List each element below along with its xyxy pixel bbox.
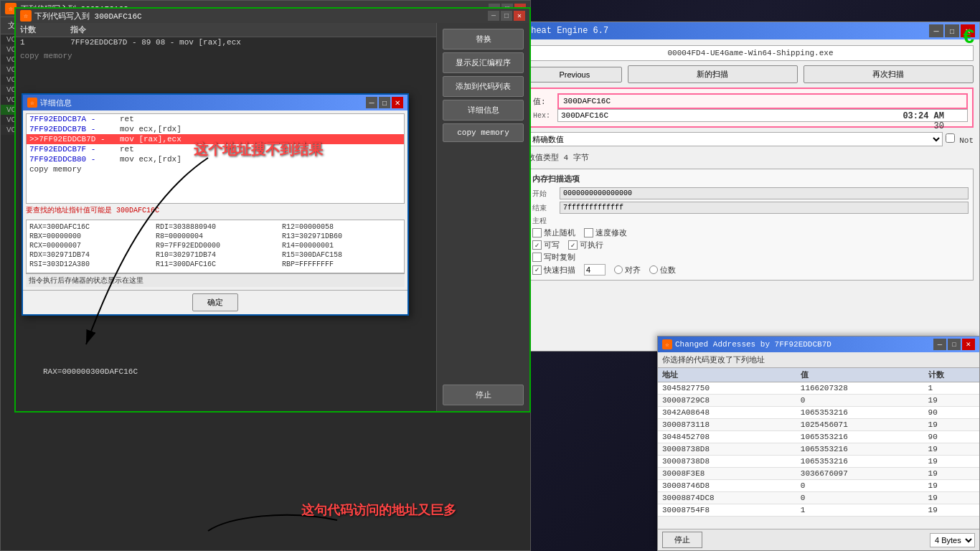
changed-titlebar: ☆ Changed Addresses by 7FF92EDDCB7D ─ □ …: [658, 336, 979, 352]
changed-min-btn[interactable]: ─: [933, 339, 946, 350]
detail-button[interactable]: 详细信息: [443, 100, 524, 121]
previous-button[interactable]: Previous: [527, 67, 622, 83]
changed-row-7[interactable]: 30008F3E8 3036676097 19: [658, 468, 979, 480]
changed-count-5: 19: [924, 443, 979, 456]
end-input[interactable]: [560, 202, 969, 214]
changed-title-left: ☆ Changed Addresses by 7FF92EDDCB7D: [662, 339, 831, 349]
changed-footer: 停止 4 Bytes: [658, 529, 979, 550]
mem-options-title: 内存扫描选项: [532, 174, 969, 184]
executable-checkbox[interactable]: [568, 240, 578, 250]
detail-copy-memory: copy memory: [27, 164, 404, 174]
changed-row-0[interactable]: 3045827750 1166207328 1: [658, 382, 979, 395]
ce-window: Cheat Engine 6.7 ─ □ ✕ 00004FD4-UE4Game-…: [521, 22, 980, 352]
bits-radio[interactable]: [649, 265, 658, 274]
detail-note: 要查找的地址指针值可能是 300DAFC16C: [26, 205, 405, 215]
not-label: Not: [946, 133, 974, 145]
changed-addr-8: 30008746D8: [658, 480, 796, 492]
disable-random-checkbox[interactable]: [532, 228, 542, 237]
changed-count-2: 90: [924, 407, 979, 419]
da-addr-4: 7FF92EDDCB7F -: [29, 145, 116, 154]
copy-memory-button[interactable]: copy memory: [443, 123, 524, 142]
reg-rdi: RDI=3038880940: [156, 223, 270, 231]
da-addr-3: >>7FF92EDDCB7D -: [29, 135, 116, 143]
replace-button[interactable]: 替换: [443, 29, 524, 50]
inj-titlebar: ☆ 下列代码写入到 300DAFC16C ─ □ ✕: [16, 9, 529, 23]
changed-row-3[interactable]: 3000873118 1025456071 19: [658, 419, 979, 431]
new-scan-button[interactable]: 新的扫描: [628, 65, 798, 83]
ce-min-btn[interactable]: ─: [929, 24, 943, 37]
detail-asm-row-3-highlight: >>7FF92EDDCB7D - mov [rax],ecx: [27, 134, 404, 144]
changed-titlebar-btns: ─ □ ✕: [933, 339, 975, 350]
changed-row-2[interactable]: 3042A08648 1065353216 90: [658, 407, 979, 419]
not-checkbox[interactable]: [946, 133, 955, 143]
ce-process-bar: 00004FD4-UE4Game-Win64-Shipping.exe: [527, 45, 974, 61]
ce-max-btn[interactable]: □: [945, 24, 959, 37]
changed-addr-7: 30008F3E8: [658, 468, 796, 480]
changed-row-8[interactable]: 30008746D8 0 19: [658, 480, 979, 492]
speed-fix-checkbox[interactable]: [584, 228, 593, 237]
changed-row-1[interactable]: 30008729C8 0 19: [658, 395, 979, 407]
changed-stop-btn[interactable]: 停止: [662, 532, 702, 548]
speed-fix-label: 速度修改: [584, 227, 627, 238]
stop-button[interactable]: 停止: [443, 385, 524, 405]
writable-checkbox[interactable]: [532, 240, 542, 250]
changed-count-3: 19: [924, 419, 979, 431]
scan-type-select[interactable]: 精确数值: [527, 132, 943, 146]
changed-count-8: 19: [924, 480, 979, 492]
show-asm-button[interactable]: 显示反汇编程序: [443, 52, 524, 73]
checkbox-row-2: 可写 可执行: [532, 240, 969, 250]
changed-val-4: 1065353216: [796, 431, 924, 443]
changed-row-10[interactable]: 30008754F8 1 19: [658, 504, 979, 517]
regs-row-4: RDX=302971DB74 R10=302971DB74 R15=300DAF…: [29, 251, 401, 259]
start-input[interactable]: [560, 187, 969, 199]
da-addr-1: 7FF92EDDCB7A -: [29, 115, 116, 123]
changed-addr-1: 30008729C8: [658, 395, 796, 407]
value-row: 值:: [533, 93, 968, 109]
inj-min-btn[interactable]: ─: [488, 11, 499, 21]
changed-icon: ☆: [662, 339, 672, 349]
align-radio[interactable]: [614, 265, 623, 274]
start-row: 开始: [532, 187, 969, 199]
changed-close-btn[interactable]: ✕: [962, 339, 975, 350]
changed-count-7: 19: [924, 468, 979, 480]
rax-note: RAX=000000300DAFC16C: [43, 367, 138, 376]
changed-scroll[interactable]: 地址 值 计数 3045827750 1166207328 1 30008729…: [658, 368, 979, 529]
changed-row-4[interactable]: 3048452708 1065353216 90: [658, 431, 979, 443]
changed-row-6[interactable]: 30008738D8 1065353216 19: [658, 456, 979, 468]
copy-on-write-checkbox[interactable]: [532, 253, 542, 262]
time-display: 03:24 AM: [903, 111, 944, 121]
reg-r15: R15=300DAFC158: [282, 251, 397, 259]
changed-count-4: 90: [924, 431, 979, 443]
reg-rbp: RBP=FFFFFFFF: [282, 260, 397, 268]
fast-scan-value[interactable]: [584, 264, 606, 276]
changed-row-9[interactable]: 30008874DC8 0 19: [658, 492, 979, 504]
inj-close-btn[interactable]: ✕: [514, 11, 525, 21]
changed-max-btn[interactable]: □: [948, 339, 961, 350]
detail-min-btn[interactable]: ─: [366, 97, 377, 108]
confirm-button[interactable]: 确定: [192, 293, 238, 311]
changed-bytes-select[interactable]: 4 Bytes: [930, 533, 975, 547]
inj-titlebar-btns: ─ □ ✕: [488, 11, 525, 21]
ce-content: 00004FD4-UE4Game-Win64-Shipping.exe Prev…: [522, 39, 979, 351]
copy-memory-label: copy memory: [19, 50, 433, 62]
ce-logo: €: [963, 25, 974, 47]
inj-max-btn[interactable]: □: [501, 11, 512, 21]
add-to-list-button[interactable]: 添加到代码列表: [443, 76, 524, 97]
changed-title: Changed Addresses by 7FF92EDDCB7D: [675, 340, 831, 349]
asm-row-1[interactable]: 1 7FF92EDDCB7D - 89 08 - mov [rax],ecx: [16, 37, 436, 48]
asm-count-1: 1: [16, 37, 66, 48]
ce-title: Cheat Engine 6.7: [526, 26, 608, 36]
fast-scan-checkbox[interactable]: [532, 265, 542, 275]
detail-window: ☆ 详细信息 ─ □ ✕ 7FF92EDDCB7A - ret 7FF92EDD…: [22, 93, 409, 316]
detail-close-btn[interactable]: ✕: [392, 97, 403, 108]
changed-note: 你选择的代码更改了下列地址: [658, 352, 979, 368]
da-instr-1: ret: [120, 115, 134, 123]
rescan-button[interactable]: 再次扫描: [804, 65, 974, 83]
value-input[interactable]: [557, 93, 968, 109]
disable-random-label: 禁止随机: [532, 227, 575, 238]
reg-r13: R13=302971DB60: [282, 232, 397, 240]
reg-r10: R10=302971DB74: [156, 251, 270, 259]
changed-row-5[interactable]: 30008738D8 1065353216 19: [658, 443, 979, 456]
memory-options: 内存扫描选项 开始 结束 主程 禁止随机 速度修改: [527, 169, 974, 281]
detail-max-btn[interactable]: □: [379, 97, 390, 108]
